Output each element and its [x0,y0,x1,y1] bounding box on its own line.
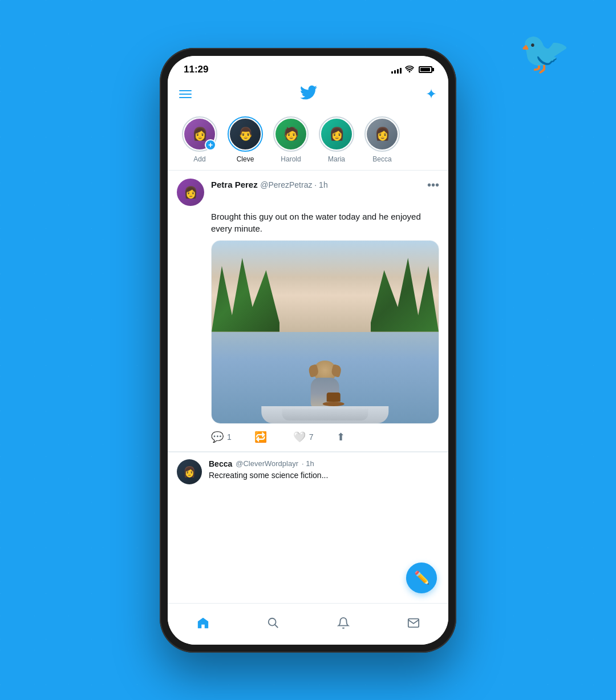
reply-button[interactable]: 💬 1 [211,431,232,443]
nav-notifications-button[interactable] [331,610,356,636]
reply-count: 1 [227,432,232,442]
preview-time: · 1h [302,459,314,468]
hamburger-menu-button[interactable] [179,90,192,98]
tweet-actions: 💬 1 🔁 🤍 7 ⬆ [211,431,439,443]
reply-icon: 💬 [211,431,224,443]
story-item-add[interactable]: 👩 + Add [177,116,222,163]
boat [246,323,405,423]
like-button[interactable]: 🤍 7 [293,431,314,443]
status-time: 11:29 [184,64,208,75]
svg-line-1 [274,624,278,628]
phone-frame: 11:29 [160,48,456,653]
story-item-harold[interactable]: 🧑 Harold [268,116,314,163]
preview-text: Recreating some science fiction... [209,471,439,480]
stories-bar: 👩 + Add 👨 Cleve 🧑 Harold [168,110,448,171]
sparkle-icon[interactable]: ✦ [425,86,437,102]
twitter-logo [300,84,317,104]
twitter-bg-logo: 🐦 [519,29,570,77]
like-count: 7 [309,432,314,442]
nav-bar: ✦ [168,80,448,110]
tweet-item: 👩 Petra Perez @PerezPetraz · 1h ••• Brou [168,171,448,452]
svg-point-0 [268,618,275,625]
like-icon: 🤍 [293,431,306,443]
retweet-button[interactable]: 🔁 [254,431,270,443]
story-label-cleve: Cleve [237,155,254,163]
retweet-icon: 🔁 [254,431,267,443]
signal-icon [391,66,402,74]
story-label-maria: Maria [328,155,345,163]
tweet-author-name: Petra Perez [211,180,258,189]
story-item-maria[interactable]: 👩 Maria [314,116,359,163]
tweet-feed: 👩 Petra Perez @PerezPetraz · 1h ••• Brou [168,171,448,603]
wifi-icon [405,64,414,74]
tweet-header: 👩 Petra Perez @PerezPetraz · 1h ••• [177,179,439,206]
preview-author-handle: @CleverWordplayr [236,459,298,468]
bottom-nav [168,603,448,645]
tweet-author-avatar[interactable]: 👩 [177,179,204,206]
tweet-meta: Petra Perez @PerezPetraz · 1h ••• [211,179,439,192]
story-label-harold: Harold [281,155,301,163]
hat [323,394,345,406]
add-story-badge: + [205,139,216,151]
tweet-more-button[interactable]: ••• [427,179,439,192]
nav-search-button[interactable] [261,610,286,636]
story-label-add: Add [193,155,205,163]
tweet-image [211,240,439,424]
boat-body [262,406,389,423]
nav-messages-button[interactable] [401,610,426,636]
story-label-becca: Becca [372,155,391,163]
tweet-author-handle: @PerezPetraz · [260,180,319,189]
battery-icon [419,66,432,73]
tweet-time: 1h [319,180,328,189]
preview-tweet: 👩 Becca @CleverWordplayr · 1h Recreating… [168,452,448,491]
nav-home-button[interactable] [191,610,216,636]
compose-fab-button[interactable]: ✏️ [406,563,437,593]
share-icon: ⬆ [337,431,345,443]
status-bar: 11:29 [168,56,448,80]
preview-author-name: Becca [209,459,232,468]
share-button[interactable]: ⬆ [337,431,345,443]
tweet-text: Brought this guy out on the water today … [211,211,439,234]
preview-author-avatar[interactable]: 👩 [177,459,202,484]
story-item-cleve[interactable]: 👨 Cleve [222,116,268,163]
preview-content: Becca @CleverWordplayr · 1h Recreating s… [209,459,439,480]
phone-screen: 11:29 [168,56,448,645]
status-icons [391,64,432,74]
story-item-becca[interactable]: 👩 Becca [359,116,405,163]
